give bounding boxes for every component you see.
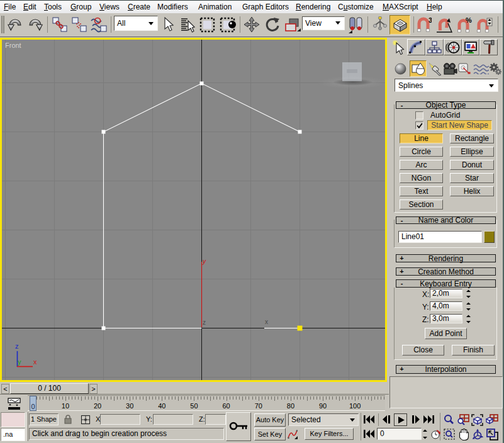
svg-text:y: y (18, 358, 21, 366)
svg-text:z: z (15, 342, 19, 350)
svg-text:x: x (33, 358, 37, 366)
svg-text:3: 3 (428, 17, 432, 24)
svg-text:z: z (203, 319, 206, 326)
svg-text:y: y (202, 258, 206, 265)
svg-text:%: % (466, 17, 472, 24)
svg-text:x: x (265, 318, 268, 325)
